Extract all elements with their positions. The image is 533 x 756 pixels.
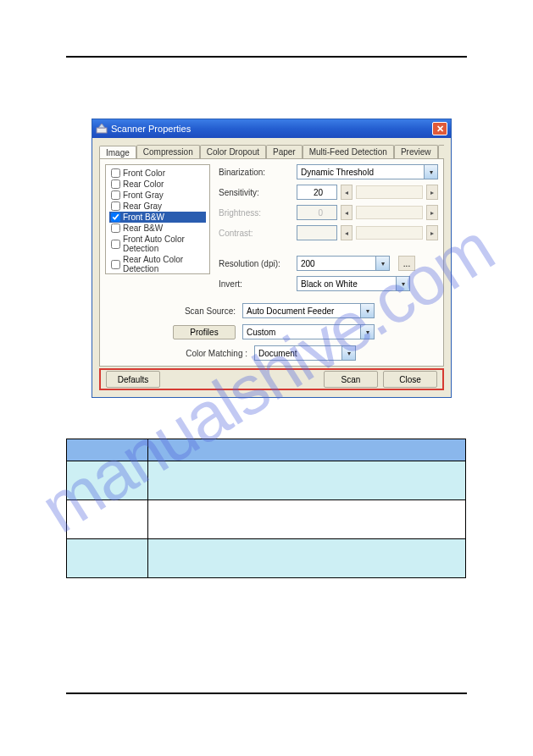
tab-options[interactable]: Options — [438, 145, 444, 158]
resolution-label: Resolution (dpi): — [219, 259, 291, 268]
mode-front-color[interactable]: Front Color — [109, 168, 206, 179]
chevron-down-icon: ▾ — [341, 346, 355, 360]
profiles-select[interactable]: Custom ▾ — [242, 324, 375, 339]
mode-front-gray[interactable]: Front Gray — [109, 190, 206, 201]
page-rule-bottom — [66, 693, 467, 694]
mode-rear-color-check[interactable] — [111, 179, 120, 189]
mode-front-auto-check[interactable] — [111, 240, 120, 249]
svg-rect-0 — [97, 128, 107, 133]
contrast-slider — [356, 226, 423, 240]
mode-front-bw-check[interactable] — [111, 212, 120, 222]
contrast-label: Contrast: — [219, 229, 291, 238]
mode-front-color-check[interactable] — [111, 168, 120, 178]
sensitivity-decrease[interactable]: ◂ — [341, 185, 353, 200]
table-row — [67, 500, 466, 539]
resolution-select[interactable]: 200 ▾ — [297, 256, 390, 271]
contrast-decrease: ◂ — [341, 225, 353, 240]
window-title: Scanner Properties — [111, 124, 432, 134]
scanner-properties-dialog: Scanner Properties ✕ Image Compression C… — [92, 119, 452, 398]
mode-rear-gray[interactable]: Rear Gray — [109, 201, 206, 212]
app-icon — [96, 123, 108, 135]
tab-preview[interactable]: Preview — [394, 145, 438, 158]
chevron-down-icon: ▾ — [424, 165, 437, 179]
scan-button[interactable]: Scan — [324, 371, 378, 388]
scan-source-label: Scan Source: — [173, 306, 236, 316]
scan-mode-list[interactable]: Front Color Rear Color Front Gray Rear G… — [105, 164, 210, 274]
brightness-slider — [356, 206, 423, 219]
mode-front-bw[interactable]: Front B&W — [109, 212, 206, 223]
chevron-down-icon: ▾ — [375, 257, 389, 270]
mode-rear-auto[interactable]: Rear Auto Color Detection — [109, 254, 206, 274]
sensitivity-increase[interactable]: ▸ — [426, 185, 438, 200]
tab-color-dropout[interactable]: Color Dropout — [200, 145, 266, 158]
page-rule-top — [66, 56, 467, 58]
brightness-increase: ▸ — [426, 205, 438, 220]
tab-multifeed[interactable]: Multi-Feed Detection — [303, 145, 394, 158]
binarization-select[interactable]: Dynamic Threshold ▾ — [297, 164, 438, 179]
binarization-label: Binarization: — [219, 168, 291, 177]
brightness-field: 0 — [297, 205, 337, 220]
sensitivity-label: Sensitivity: — [219, 188, 291, 197]
mode-rear-auto-check[interactable] — [111, 260, 120, 269]
mode-rear-gray-check[interactable] — [111, 201, 120, 211]
tab-image[interactable]: Image — [99, 146, 136, 158]
chevron-down-icon: ▾ — [360, 304, 374, 317]
tab-paper[interactable]: Paper — [266, 145, 303, 158]
mode-rear-bw[interactable]: Rear B&W — [109, 223, 206, 234]
mode-rear-bw-check[interactable] — [111, 223, 120, 233]
chevron-down-icon: ▾ — [396, 277, 409, 290]
titlebar: Scanner Properties ✕ — [92, 119, 451, 138]
color-matching-label: Color Matching : — [173, 349, 247, 358]
resolution-more-button[interactable]: ... — [398, 256, 415, 271]
tab-strip: Image Compression Color Dropout Paper Mu… — [99, 143, 444, 158]
brightness-decrease: ◂ — [341, 205, 353, 220]
profiles-button[interactable]: Profiles — [173, 325, 236, 339]
invert-label: Invert: — [219, 279, 291, 289]
client-area: Image Compression Color Dropout Paper Mu… — [92, 138, 451, 373]
contrast-increase: ▸ — [426, 225, 438, 240]
table-row — [67, 439, 466, 461]
color-matching-select[interactable]: Document ▾ — [254, 345, 356, 361]
contrast-field — [297, 225, 337, 240]
image-tab-panel: Front Color Rear Color Front Gray Rear G… — [99, 158, 444, 367]
sensitivity-slider[interactable] — [356, 185, 423, 199]
invert-select[interactable]: Black on White ▾ — [297, 276, 410, 291]
brightness-label: Brightness: — [219, 208, 291, 218]
description-table — [66, 439, 466, 578]
close-button[interactable]: Close — [383, 371, 437, 388]
mode-front-gray-check[interactable] — [111, 190, 120, 200]
tab-compression[interactable]: Compression — [136, 145, 200, 158]
scan-source-select[interactable]: Auto Document Feeder ▾ — [242, 303, 375, 318]
sensitivity-field[interactable]: 20 — [297, 185, 337, 200]
defaults-button[interactable]: Defaults — [106, 371, 160, 388]
mode-rear-color[interactable]: Rear Color — [109, 179, 206, 190]
table-row — [67, 461, 466, 500]
dialog-footer: Defaults Scan Close — [99, 368, 444, 390]
chevron-down-icon: ▾ — [360, 325, 374, 339]
close-icon[interactable]: ✕ — [432, 122, 447, 135]
table-row — [67, 539, 466, 578]
mode-front-auto[interactable]: Front Auto Color Detection — [109, 234, 206, 254]
